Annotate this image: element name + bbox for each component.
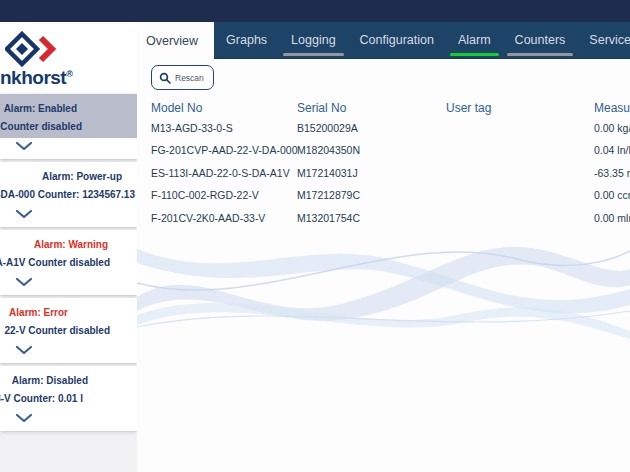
cell-measure: 0.00 kg/h: [594, 117, 630, 139]
tab-service[interactable]: Service: [577, 22, 630, 58]
cell-serial-no: M18204350N: [297, 139, 446, 161]
tab-counters[interactable]: Counters: [503, 22, 578, 58]
cell-measure: 0.00 mln/: [594, 207, 630, 229]
table-row[interactable]: F-110C-002-RGD-22-V M17212879C 0.00 ccn/: [137, 184, 630, 206]
table-header-row: Model No Serial No User tag Measure: [137, 101, 630, 115]
cell-serial-no: M17212879C: [297, 184, 446, 206]
cell-measure: -63.35 ml: [594, 162, 630, 184]
chevron-down-icon[interactable]: [15, 345, 33, 355]
alarm-status-text: Alarm: Disabled: [12, 375, 88, 386]
bronkhorst-diamond-icon: [5, 31, 63, 67]
counter-status-text: 22-V-DA-000 Counter: 1234567.13: [0, 189, 135, 200]
chevron-down-icon[interactable]: [15, 413, 33, 423]
device-panel-1[interactable]: Alarm: Enabled Counter disabled: [0, 94, 137, 159]
search-icon: [159, 72, 171, 84]
device-panel-2[interactable]: Alarm: Power-up 22-V-DA-000 Counter: 123…: [0, 162, 137, 227]
column-header-model-no: Model No: [151, 101, 297, 115]
tab-logging[interactable]: Logging: [279, 22, 348, 58]
cell-user-tag: [446, 184, 594, 206]
cell-serial-no: M17214031J: [297, 162, 446, 184]
table-row[interactable]: F-201CV-2K0-AAD-33-V M13201754C 0.00 mln…: [137, 207, 630, 229]
main-tab-bar: Overview Graphs Logging Configuration Al…: [137, 22, 630, 59]
alarm-status-text: Alarm: Power-up: [42, 171, 122, 182]
counter-status-text: 0-33-V Counter: 0.01 l: [0, 393, 83, 404]
device-sidebar: nkhorst® Alarm: Enabled Counter disabled…: [0, 22, 137, 472]
table-row[interactable]: ES-113I-AAD-22-0-S-DA-A1V M17214031J -63…: [137, 162, 630, 184]
cell-serial-no: M13201754C: [297, 207, 446, 229]
cell-user-tag: [446, 117, 594, 139]
rescan-button[interactable]: Rescan: [151, 65, 214, 90]
chevron-down-icon[interactable]: [15, 209, 33, 219]
column-header-measure: Measure: [594, 101, 630, 115]
cell-user-tag: [446, 207, 594, 229]
tab-overview[interactable]: Overview: [130, 22, 214, 59]
tab-graphs[interactable]: Graphs: [214, 22, 279, 58]
logo-wordmark: nkhorst®: [0, 67, 72, 89]
counter-status-text: Counter disabled: [0, 121, 82, 132]
device-panel-5[interactable]: Alarm: Disabled 0-33-V Counter: 0.01 l: [0, 366, 137, 431]
sidebar-empty-area: [0, 433, 137, 472]
alarm-status-text: Alarm: Warning: [34, 239, 108, 250]
device-table: M13-AGD-33-0-S B15200029A 0.00 kg/h FG-2…: [137, 117, 630, 229]
cell-serial-no: B15200029A: [297, 117, 446, 139]
chevron-down-icon[interactable]: [15, 277, 33, 287]
table-row[interactable]: FG-201CVP-AAD-22-V-DA-000 M18204350N 0.0…: [137, 139, 630, 161]
cell-user-tag: [446, 162, 594, 184]
alarm-status-text: Alarm: Error: [9, 307, 68, 318]
cell-model-no: FG-201CVP-AAD-22-V-DA-000: [151, 139, 297, 161]
alarm-status-text: Alarm: Enabled: [4, 103, 77, 114]
rescan-label: Rescan: [175, 73, 204, 83]
column-header-serial-no: Serial No: [297, 101, 446, 115]
cell-model-no: M13-AGD-33-0-S: [151, 117, 297, 139]
device-panel-4[interactable]: Alarm: Error 22-V Counter disabled: [0, 298, 137, 363]
cell-model-no: F-201CV-2K0-AAD-33-V: [151, 207, 297, 229]
tab-configuration[interactable]: Configuration: [348, 22, 446, 58]
tab-alarm[interactable]: Alarm: [446, 22, 503, 58]
cell-user-tag: [446, 139, 594, 161]
decorative-flow-waves: [137, 219, 630, 351]
counter-status-text: 22-V Counter disabled: [4, 325, 110, 336]
cell-model-no: ES-113I-AAD-22-0-S-DA-A1V: [151, 162, 297, 184]
counter-status-text: 0-S-DA-A1V Counter disabled: [0, 257, 110, 268]
cell-model-no: F-110C-002-RGD-22-V: [151, 184, 297, 206]
device-panel-3[interactable]: Alarm: Warning 0-S-DA-A1V Counter disabl…: [0, 230, 137, 295]
chevron-down-icon[interactable]: [15, 141, 33, 151]
column-header-user-tag: User tag: [446, 101, 594, 115]
window-title-bar: [0, 0, 630, 22]
bronkhorst-logo: nkhorst®: [0, 29, 137, 91]
table-row[interactable]: M13-AGD-33-0-S B15200029A 0.00 kg/h: [137, 117, 630, 139]
cell-measure: 0.04 ln/h: [594, 139, 630, 161]
overview-content: Rescan Model No Serial No User tag Measu…: [137, 59, 630, 472]
cell-measure: 0.00 ccn/: [594, 184, 630, 206]
